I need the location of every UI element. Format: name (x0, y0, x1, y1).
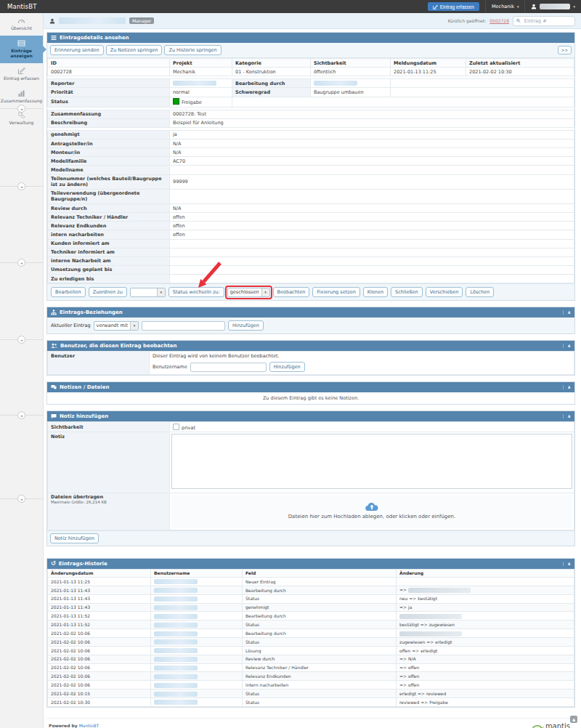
table-row: ReporterBearbeitung durch (48, 79, 574, 88)
table-cell: Bearbeitung durch (243, 629, 397, 638)
chevron-down-icon: ▾ (573, 4, 575, 9)
table-cell: Bearbeitung durch (243, 586, 397, 594)
collapse-icon[interactable]: ∧ (563, 562, 571, 566)
table-cell: zugewiesen => erledigt (397, 638, 574, 647)
report-issue-button[interactable]: Eintrag erfassen (428, 2, 479, 11)
table-cell: 2021-02-02 10:06 (48, 655, 151, 663)
sidebar-collapse-toggle[interactable]: ◂ (0, 411, 43, 419)
sidebar-item-eintraege-anzeigen[interactable]: Einträge anzeigen (0, 36, 43, 63)
add-note-submit-button[interactable]: Notiz hinzufügen (50, 533, 99, 543)
edit-button[interactable]: Bearbeiten (51, 287, 86, 297)
relationship-type-select[interactable]: verwandt mit▾ (94, 321, 139, 331)
table-cell: 2021-02-02 10:06 (48, 672, 151, 681)
notes-empty-text: Zu diesem Eintrag gibt es keine Notizen. (47, 392, 574, 404)
table-cell: 2021-01-13 11:43 (48, 603, 151, 612)
assign-to-button[interactable]: Zuordnen zu (89, 287, 127, 297)
move-button[interactable]: Verschieben (426, 287, 463, 297)
pencil-square-icon (433, 4, 438, 9)
redacted-text (154, 666, 198, 671)
table-row: 2021-02-02 10:06Relevanz Endkunden=> off… (48, 672, 574, 681)
sidebar-item-uebersicht[interactable]: Übersicht (0, 13, 43, 36)
send-reminder-button[interactable]: Erinnerung senden (50, 45, 104, 55)
jump-to-history-button[interactable]: Zu Historie springen (164, 45, 221, 55)
mantisbt-link[interactable]: MantisBT (79, 723, 99, 728)
table-row: 2021-01-13 11:52Statusbestätigt => zugew… (48, 620, 574, 629)
jump-to-notes-button[interactable]: Zu Notizen springen (106, 45, 163, 55)
sidebar-collapse-toggle[interactable]: ◂ (0, 336, 43, 344)
table-cell: bestätigt => zugewiesen (397, 620, 574, 629)
issue-search-input[interactable] (523, 17, 572, 25)
table-cell: 2021-01-13 11:52 (48, 620, 151, 629)
add-monitor-user-button[interactable]: Hinzufügen (269, 362, 305, 372)
table-cell (311, 79, 391, 88)
close-button[interactable]: Schließen (391, 287, 423, 297)
private-checkbox[interactable] (173, 424, 179, 430)
collapse-icon[interactable]: ∧ (563, 414, 571, 418)
powered-by-text: Powered by (49, 723, 78, 728)
table-cell: => offen (397, 672, 574, 681)
collapse-icon[interactable]: ∧ (563, 310, 571, 315)
user-menu[interactable]: ▾ (524, 0, 581, 13)
redacted-text (154, 700, 198, 705)
table-row: ÄnderungsdatumBenutzernameFeldÄnderung (48, 569, 574, 578)
table-cell: 2021-01-13 11:25 (391, 68, 466, 76)
table-row: PrioritätnormalSchweregradBaugruppe umba… (48, 88, 574, 97)
panel-header: Eintragsdetails ansehen (47, 33, 574, 43)
clone-button[interactable]: Klonen (363, 287, 388, 297)
monitor-username-input[interactable] (190, 363, 267, 372)
next-issue-button[interactable]: >> (558, 46, 572, 54)
note-textarea[interactable] (171, 434, 572, 489)
table-row: 2021-01-13 11:52Bearbeitung durch (48, 612, 574, 620)
status-select[interactable]: geschlossen▾ (227, 288, 270, 297)
collapse-icon[interactable]: ∧ (563, 385, 571, 389)
top-navbar: MantisBT Eintrag erfassen Mechanik ▾ ▾ (0, 0, 581, 13)
user-role-badge: Manager (129, 17, 154, 24)
sidebar-collapse-toggle[interactable]: ◂ (0, 495, 43, 503)
chevron-down-icon: ▾ (517, 4, 519, 9)
set-sticky-button[interactable]: Fixierung setzen (312, 287, 359, 297)
private-label: privat (182, 425, 195, 431)
related-issue-input[interactable] (142, 321, 225, 331)
table-row: Kunden informiert am (48, 239, 574, 248)
file-dropzone[interactable]: Dateien hier zum Hochladen ablegen, oder… (171, 495, 572, 528)
table-cell: Relevanz Techniker / Händler (48, 213, 170, 222)
status-color-box (173, 98, 179, 105)
sitemap-icon (51, 310, 57, 315)
table-cell: AC70 (170, 157, 574, 166)
table-cell: normal (170, 88, 232, 97)
table-row: Umsetzung geplant bis (48, 265, 574, 274)
table-row: 2021-01-13 11:43Bearbeitung durch=> (48, 586, 574, 594)
sidebar-item-eintrag-erfassen[interactable]: Eintrag erfassen (0, 63, 43, 86)
table-cell: => N/A (397, 655, 574, 663)
table-row: genehmigtja (48, 130, 574, 139)
project-select[interactable]: Mechanik ▾ (485, 0, 525, 13)
collapse-icon[interactable]: ∧ (563, 344, 571, 348)
table-cell: Änderung (397, 569, 574, 578)
sidebar-collapse-toggle[interactable]: ◂ (0, 259, 43, 267)
panel-header: Notiz hinzufügen ∧ (47, 411, 574, 421)
table-cell: Sichtbarkeit (311, 59, 391, 68)
redacted-user-name (59, 17, 126, 24)
add-relationship-button[interactable]: Hinzufügen (228, 320, 264, 331)
table-cell (151, 655, 243, 663)
recently-visited-link[interactable]: 0002728 (489, 18, 509, 23)
delete-button[interactable]: Löschen (466, 287, 494, 297)
sidebar-collapse-toggle[interactable]: ◂ (0, 105, 43, 113)
table-cell: Freigabe (170, 97, 232, 107)
change-status-button[interactable]: Status wechseln zu: (168, 287, 224, 297)
table-cell: öffentlich (311, 68, 391, 76)
sidebar-collapse-toggle[interactable]: ◂ (0, 182, 43, 190)
assign-select[interactable]: ▾ (130, 288, 166, 297)
monitor-users-label: Benutzer (48, 352, 150, 375)
main-content: Eintragsdetails ansehen Erinnerung sende… (44, 29, 581, 728)
table-row: Zu erledigen bis (48, 275, 574, 283)
table-cell: N/A (170, 204, 574, 213)
table-cell: Umsetzung geplant bis (48, 265, 170, 274)
upload-files-label: Dateien übertragen Maximale Größe: 26,21… (48, 493, 170, 530)
scroll-to-top-button[interactable]: ▲ (570, 716, 577, 723)
table-cell: Beispiel für Anleitung (170, 118, 574, 127)
table-cell: Modellname (48, 166, 170, 174)
add-note-panel: Notiz hinzufügen ∧ Sichtbarkeit privat N… (46, 410, 575, 546)
app-brand[interactable]: MantisBT (7, 3, 37, 10)
monitor-button[interactable]: Beobachten (273, 287, 310, 297)
